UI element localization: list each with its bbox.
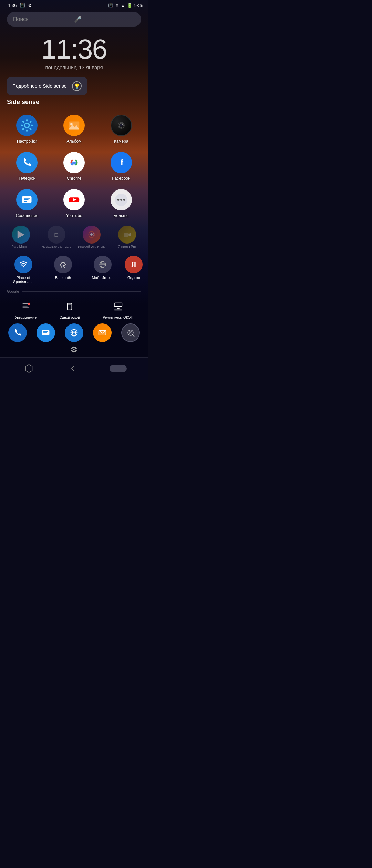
svg-point-38 bbox=[93, 233, 94, 234]
app-chrome[interactable]: Chrome bbox=[51, 148, 98, 186]
toggle-mobileint[interactable]: Моб. Инте… bbox=[83, 253, 123, 287]
onehand-shortcut-icon bbox=[62, 299, 77, 314]
nav-home[interactable] bbox=[110, 365, 127, 372]
nav-back[interactable] bbox=[65, 361, 81, 376]
toggle-bluetooth[interactable]: Bluetooth bbox=[43, 253, 83, 287]
app-settings[interactable]: Настройки bbox=[3, 111, 51, 148]
toggle-grid: Place ofSportsmans Bluetooth bbox=[3, 253, 123, 287]
app-album[interactable]: Альбом bbox=[51, 111, 98, 148]
clock-date: понедельник, 13 января bbox=[0, 64, 148, 70]
dock-lens[interactable] bbox=[121, 323, 140, 342]
svg-point-42 bbox=[22, 266, 24, 267]
nav-hex[interactable] bbox=[21, 361, 37, 376]
svg-text:f: f bbox=[120, 158, 123, 167]
svg-rect-3 bbox=[21, 125, 23, 126]
album-app-icon bbox=[63, 115, 85, 136]
svg-line-71 bbox=[133, 335, 134, 336]
app-youtube[interactable]: YouTube bbox=[51, 186, 98, 223]
camera-app-icon bbox=[111, 115, 132, 136]
multiwindow-shortcut-icon bbox=[111, 299, 126, 314]
toggle-wifi[interactable]: Place ofSportsmans bbox=[3, 253, 43, 287]
bg-app-gameenhancer: Игровой усилитель bbox=[74, 224, 110, 250]
app-grid: Настройки Альбом bbox=[3, 111, 145, 223]
svg-rect-54 bbox=[68, 303, 71, 305]
svg-marker-56 bbox=[116, 307, 120, 309]
chrome-app-label: Chrome bbox=[67, 176, 82, 181]
yandex-app[interactable]: Я Яндекс bbox=[123, 253, 145, 283]
camera-app-label: Камера bbox=[114, 139, 128, 144]
playmarket-bg-label: Play Маркет bbox=[11, 245, 31, 249]
more-app-icon bbox=[111, 189, 132, 210]
svg-marker-41 bbox=[128, 233, 131, 236]
svg-rect-5 bbox=[29, 121, 32, 123]
svg-rect-7 bbox=[22, 121, 25, 123]
dock-browser[interactable] bbox=[65, 323, 83, 342]
svg-point-11 bbox=[70, 123, 73, 125]
svg-point-0 bbox=[25, 123, 29, 127]
chrome-app-icon bbox=[63, 152, 85, 173]
dock-messages[interactable] bbox=[37, 323, 55, 342]
wifi-icon: ▲ bbox=[121, 3, 125, 8]
shortcut-onehand[interactable]: Одной рукой bbox=[60, 299, 80, 319]
messages-app-label: Сообщения bbox=[16, 213, 38, 218]
mic-icon[interactable]: 🎤 bbox=[74, 16, 135, 23]
clock-section: 11:36 понедельник, 13 января bbox=[0, 32, 148, 73]
mobileint-toggle-icon bbox=[94, 256, 112, 273]
settings-center[interactable]: ⚙ bbox=[0, 343, 148, 357]
cinemapro-bg-label: Cinema Pro bbox=[118, 245, 136, 249]
bg-app-cinemapro: Cinema Pro bbox=[110, 224, 145, 251]
status-time: 11:36 bbox=[6, 3, 17, 8]
facebook-app-icon: f bbox=[111, 152, 132, 173]
settings-icon: ⚙ bbox=[28, 3, 32, 8]
youtube-app-label: YouTube bbox=[66, 213, 82, 218]
app-facebook[interactable]: f Facebook bbox=[97, 148, 145, 186]
gameenhancer-bg-icon bbox=[83, 226, 101, 244]
search-placeholder: Поиск bbox=[13, 16, 74, 22]
svg-point-32 bbox=[120, 199, 122, 201]
app-phone[interactable]: Телефон bbox=[3, 148, 51, 186]
dnd-icon: ⊖ bbox=[115, 3, 119, 8]
shortcut-notification[interactable]: Уведомление bbox=[15, 299, 37, 319]
app-more[interactable]: Больше bbox=[97, 186, 145, 223]
bulb-icon: 💡 bbox=[72, 81, 82, 91]
multiwindow-bg-icon: ⊟ bbox=[48, 226, 65, 244]
cinemapro-bg-icon bbox=[118, 226, 136, 244]
dock-phone[interactable] bbox=[8, 323, 27, 342]
youtube-app-icon bbox=[63, 189, 85, 210]
svg-point-39 bbox=[93, 235, 94, 236]
multiwindow-bg-label: Несколько окон 21:9 bbox=[42, 245, 71, 248]
shortcut-multiwindow[interactable]: Режим неск. ОКОН bbox=[103, 299, 133, 319]
dock-email[interactable] bbox=[93, 323, 112, 342]
album-app-label: Альбом bbox=[66, 139, 81, 144]
svg-marker-72 bbox=[26, 365, 32, 372]
bg-apps-row: Play Маркет ⊟ Несколько окон 21:9 Игрово… bbox=[0, 223, 148, 251]
svg-rect-55 bbox=[114, 303, 122, 306]
clock-time: 11:36 bbox=[0, 35, 148, 63]
notification-label: Уведомление bbox=[15, 316, 37, 319]
phone-app-label: Телефон bbox=[18, 176, 35, 181]
svg-rect-8 bbox=[29, 127, 32, 130]
svg-rect-4 bbox=[31, 125, 33, 126]
wifi-toggle-label: Place ofSportsmans bbox=[13, 276, 33, 284]
app-messages[interactable]: Сообщения bbox=[3, 186, 51, 223]
app-camera[interactable]: Камера bbox=[97, 111, 145, 148]
yandex-icon: Я bbox=[125, 256, 143, 273]
google-row: Google bbox=[0, 289, 148, 294]
bg-app-multiwindow: ⊟ Несколько окон 21:9 bbox=[39, 224, 74, 250]
facebook-app-label: Facebook bbox=[112, 176, 130, 181]
svg-rect-6 bbox=[22, 127, 25, 130]
toggles-row: Place ofSportsmans Bluetooth bbox=[0, 251, 148, 289]
yandex-label: Яндекс bbox=[127, 276, 140, 280]
svg-rect-1 bbox=[26, 119, 28, 122]
battery-percent: 93% bbox=[134, 3, 143, 8]
svg-point-52 bbox=[28, 303, 30, 305]
settings-app-icon bbox=[16, 115, 38, 136]
side-sense-hint[interactable]: Подробнее о Side sense 💡 bbox=[7, 77, 87, 95]
onehand-label: Одной рукой bbox=[60, 316, 80, 319]
settings-gear-icon[interactable]: ⚙ bbox=[70, 345, 78, 354]
search-bar[interactable]: Поиск 🎤 bbox=[7, 12, 141, 27]
svg-point-20 bbox=[73, 162, 75, 164]
status-left: 11:36 📳 ⚙ bbox=[6, 3, 32, 8]
vibrate-status-icon: 📳 bbox=[108, 3, 113, 8]
more-app-label: Больше bbox=[114, 213, 129, 218]
